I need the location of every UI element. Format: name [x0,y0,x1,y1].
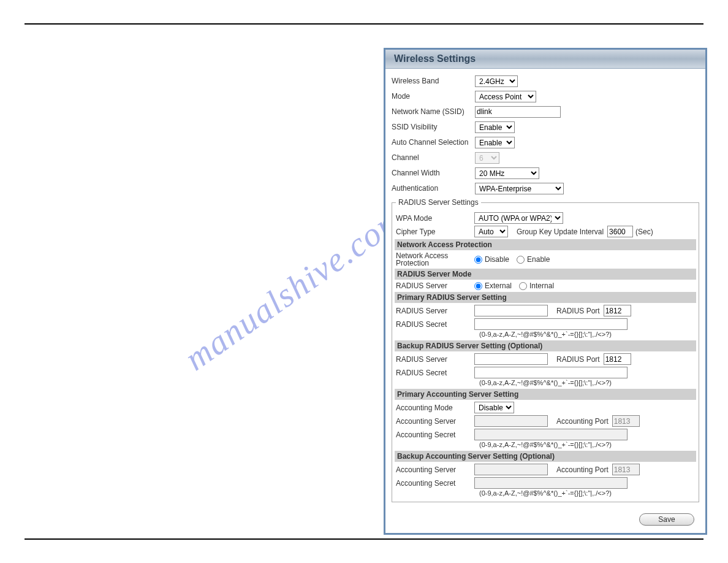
panel-body: Wireless Band 2.4GHz Mode Access Point N… [385,69,705,506]
wpa-mode-label: WPA Mode [396,214,474,223]
channel-width-select[interactable]: 20 MHz [475,167,539,179]
primary-acct-secret-input [474,429,628,440]
channel-label: Channel [392,153,475,162]
primary-radius-port-input[interactable] [604,305,631,316]
backup-radius-header: Backup RADIUS Server Setting (Optional) [395,340,696,351]
radius-legend: RADIUS Server Settings [396,198,481,207]
authentication-label: Authentication [392,184,475,193]
primary-acct-port-input [612,415,640,427]
backup-acct-port-input [612,464,640,475]
primary-radius-server-input[interactable] [474,305,548,316]
auto-channel-select[interactable]: Enable [475,137,515,148]
backup-radius-secret-label: RADIUS Secret [396,369,474,377]
backup-radius-server-input[interactable] [474,353,548,365]
primary-radius-server-label: RADIUS Server [396,307,474,315]
primary-radius-hint: (0-9,a-z,A-Z,~!@#$%^&*()_+`-={}[];\:"|,.… [479,331,695,338]
primary-radius-secret-label: RADIUS Secret [396,320,474,329]
backup-radius-port-input[interactable] [604,353,631,365]
primary-acct-hint: (0-9,a-z,A-Z,~!@#$%^&*()_+`-={}[];\:"|,.… [479,441,695,448]
wpa-mode-select[interactable]: AUTO (WPA or WPA2) [474,212,563,224]
primary-acct-header: Primary Accounting Server Setting [395,389,696,400]
radius-fieldset: RADIUS Server Settings WPA Mode AUTO (WP… [392,198,699,502]
acct-mode-label: Accounting Mode [396,404,474,412]
primary-radius-secret-input[interactable] [474,318,628,330]
ssid-label: Network Name (SSID) [392,107,475,116]
channel-select: 6 [475,152,499,164]
acct-mode-select[interactable]: Disable [474,402,514,413]
top-rule [25,23,703,25]
primary-acct-server-label: Accounting Server [396,417,474,426]
save-button[interactable]: Save [639,513,694,526]
cipher-type-select[interactable]: Auto [474,226,508,237]
ssid-visibility-select[interactable]: Enable [475,121,515,133]
rsm-internal-radio[interactable] [519,282,527,290]
backup-acct-hint: (0-9,a-z,A-Z,~!@#$%^&*()_+`-={}[];\:"|,.… [479,489,695,497]
nap-enable-option[interactable]: Enable [517,255,550,264]
mode-label: Mode [392,92,475,101]
authentication-select[interactable]: WPA-Enterprise [475,183,564,194]
backup-radius-hint: (0-9,a-z,A-Z,~!@#$%^&*()_+`-={}[];\:"|,.… [479,379,695,386]
backup-acct-secret-input [474,477,628,489]
rsm-external-option[interactable]: External [474,282,512,290]
rsm-external-radio[interactable] [474,282,482,290]
mode-select[interactable]: Access Point [475,91,536,102]
ssid-input[interactable] [475,106,561,118]
wireless-settings-panel: Wireless Settings Wireless Band 2.4GHz M… [384,48,707,535]
rsm-header: RADIUS Server Mode [395,269,696,280]
rsm-internal-option[interactable]: Internal [519,282,554,290]
watermark: manualshive.com [177,198,411,378]
primary-acct-secret-label: Accounting Secret [396,431,474,439]
ssid-visibility-label: SSID Visibility [392,123,475,131]
backup-radius-server-label: RADIUS Server [396,355,474,364]
channel-width-label: Channel Width [392,169,475,177]
auto-channel-label: Auto Channel Selection [392,138,475,147]
nap-enable-radio[interactable] [517,256,525,264]
cipher-type-label: Cipher Type [396,228,474,236]
wireless-band-label: Wireless Band [392,77,475,85]
backup-acct-server-input [474,464,548,475]
backup-acct-secret-label: Accounting Secret [396,479,474,488]
nap-disable-option[interactable]: Disable [474,255,509,264]
button-row: Save [385,506,705,533]
backup-acct-port-label: Accounting Port [556,465,609,474]
primary-radius-port-label: RADIUS Port [556,307,600,315]
wireless-band-select[interactable]: 2.4GHz [475,75,518,87]
backup-radius-port-label: RADIUS Port [556,355,600,364]
gkui-label: Group Key Update Interval [517,228,604,236]
primary-acct-port-label: Accounting Port [556,417,609,426]
gkui-unit: (Sec) [635,228,653,236]
primary-radius-header: Primary RADIUS Server Setting [395,292,696,303]
nap-disable-radio[interactable] [474,256,482,264]
backup-acct-server-label: Accounting Server [396,465,474,474]
panel-title: Wireless Settings [385,50,705,69]
nap-label: Network Access Protection [396,252,474,267]
gkui-input[interactable] [607,226,633,237]
rsm-label: RADIUS Server [396,282,474,290]
backup-radius-secret-input[interactable] [474,367,628,378]
backup-acct-header: Backup Accounting Server Setting (Option… [395,451,696,462]
primary-acct-server-input [474,415,548,427]
bottom-rule [25,538,703,540]
nap-header: Network Access Protection [395,239,696,250]
